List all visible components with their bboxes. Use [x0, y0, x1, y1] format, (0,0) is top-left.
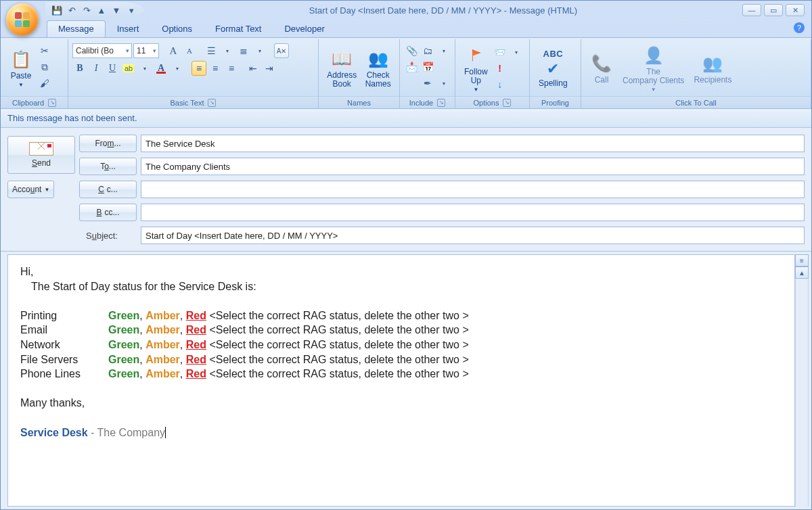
group-basictext-title: Basic Text — [171, 99, 204, 107]
rag-status-row: File ServersGreen, Amber, Red <Select th… — [20, 352, 782, 367]
from-field[interactable]: The Service Desk — [141, 135, 805, 152]
clipboard-launcher[interactable]: ↘ — [48, 99, 56, 107]
spelling-label: Spelling — [539, 79, 568, 88]
business-card-icon[interactable]: 🗂 — [420, 43, 435, 58]
address-book-label: Address Book — [327, 71, 357, 89]
save-icon[interactable]: 💾 — [51, 4, 63, 16]
tab-format-text[interactable]: Format Text — [204, 20, 273, 37]
company-clients-button: 👤 The Company Clients ▼ — [618, 41, 689, 96]
address-book-icon: 📖 — [331, 48, 353, 70]
contact-icon: 👤 — [643, 45, 664, 66]
categorize-icon[interactable]: 📨 — [493, 45, 508, 60]
from-button[interactable]: From... — [79, 135, 137, 152]
phone-icon: 📞 — [591, 53, 612, 74]
underline-button[interactable]: U — [105, 61, 120, 76]
group-proofing-title: Proofing — [541, 99, 569, 107]
address-book-button[interactable]: 📖 Address Book — [323, 41, 361, 96]
clipboard-icon: 📋 — [10, 49, 32, 70]
send-button[interactable]: Send — [7, 136, 75, 174]
low-importance-icon[interactable]: ↓ — [493, 77, 508, 92]
align-right-icon[interactable]: ≡ — [224, 61, 239, 76]
signature-icon[interactable]: ✒ — [420, 76, 435, 91]
attach-item-icon[interactable]: 📩 — [404, 60, 419, 74]
font-name-combo[interactable]: Calibri (Bo — [72, 43, 132, 58]
follow-up-button[interactable]: Follow Up ▼ — [459, 41, 493, 96]
copy-icon[interactable]: ⧉ — [37, 60, 52, 74]
basictext-launcher[interactable]: ↘ — [208, 99, 216, 107]
bcc-button[interactable]: Bcc... — [79, 204, 137, 221]
status-red: Red — [186, 354, 206, 365]
paste-button[interactable]: 📋 Paste ▼ — [5, 41, 37, 96]
align-center-icon[interactable]: ≡ — [208, 61, 223, 76]
shrink-font-icon[interactable]: A — [182, 43, 197, 58]
maximize-button[interactable]: ▭ — [764, 4, 783, 16]
format-painter-icon[interactable]: 🖌 — [37, 76, 52, 91]
decrease-indent-icon[interactable]: ⇤ — [246, 61, 261, 76]
italic-button[interactable]: I — [89, 61, 104, 76]
redo-icon[interactable]: ↷ — [81, 4, 93, 16]
check-names-button[interactable]: 👥 Check Names — [361, 41, 395, 96]
next-item-icon[interactable]: ▼ — [110, 4, 122, 16]
options-launcher[interactable]: ↘ — [503, 99, 511, 107]
prev-item-icon[interactable]: ▲ — [95, 4, 108, 16]
undo-icon[interactable]: ↶ — [66, 4, 78, 16]
info-bar: This message has not been sent. — [1, 109, 811, 128]
font-color-icon[interactable]: A — [154, 61, 168, 76]
check-names-label: Check Names — [365, 71, 391, 89]
quick-access-toolbar: 💾 ↶ ↷ ▲ ▼ ▾ — [45, 2, 144, 18]
calendar-icon[interactable]: 📅 — [420, 60, 435, 74]
bold-button[interactable]: B — [72, 61, 87, 76]
to-button[interactable]: To... — [79, 158, 137, 175]
qat-customize-icon[interactable]: ▾ — [125, 4, 137, 16]
body-intro: The Start of Day status for the Service … — [20, 279, 782, 294]
status-amber: Amber — [145, 368, 180, 379]
rag-status-row: PrintingGreen, Amber, Red <Select the co… — [20, 308, 782, 323]
group-options-title: Options — [474, 99, 499, 107]
account-button[interactable]: Account ▼ — [7, 181, 54, 198]
recipients-label: Recipients — [694, 76, 731, 85]
rag-status-row: Phone LinesGreen, Amber, Red <Select the… — [20, 367, 782, 381]
bcc-field[interactable] — [141, 204, 805, 221]
high-importance-icon[interactable]: ! — [493, 61, 508, 76]
ruler-toggle-icon[interactable]: ≡ — [795, 254, 809, 266]
scrollbar-track[interactable] — [795, 279, 809, 507]
status-amber: Amber — [145, 354, 180, 365]
tab-developer[interactable]: Developer — [273, 20, 336, 37]
increase-indent-icon[interactable]: ⇥ — [262, 61, 277, 76]
body-greeting: Hi, — [20, 264, 782, 279]
status-amber: Amber — [145, 310, 180, 321]
spelling-button[interactable]: ABC ✔ Spelling — [534, 41, 572, 96]
numbering-icon[interactable]: ≣ — [236, 43, 251, 58]
tab-options[interactable]: Options — [150, 20, 204, 37]
help-icon[interactable]: ? — [794, 22, 805, 33]
service-name: Network — [20, 338, 108, 352]
attach-file-icon[interactable]: 📎 — [404, 43, 419, 58]
close-button[interactable]: ✕ — [786, 4, 805, 16]
rag-status-row: EmailGreen, Amber, Red <Select the corre… — [20, 323, 782, 338]
envelope-icon — [29, 142, 53, 156]
scroll-up-button[interactable]: ▲ — [795, 266, 809, 279]
service-name: Printing — [20, 308, 108, 323]
rag-instruction: <Select the correct RAG status, delete t… — [209, 354, 468, 365]
tab-insert[interactable]: Insert — [106, 20, 151, 37]
font-size-combo[interactable]: 11 — [133, 43, 159, 58]
cc-button[interactable]: Cc... — [79, 181, 137, 198]
subject-field[interactable]: Start of Day <Insert Date here, DD / MM … — [141, 227, 805, 244]
group-names-title: Names — [347, 99, 371, 107]
to-field[interactable]: The Company Clients — [141, 158, 805, 175]
include-launcher[interactable]: ↘ — [437, 99, 445, 107]
tab-message[interactable]: Message — [47, 20, 106, 37]
minimize-button[interactable]: — — [742, 4, 761, 16]
align-left-icon[interactable]: ≡ — [191, 61, 206, 76]
cc-field[interactable] — [141, 181, 805, 198]
rag-instruction: <Select the correct RAG status, delete t… — [209, 324, 468, 335]
grow-font-icon[interactable]: A — [166, 43, 181, 58]
call-label: Call — [595, 76, 609, 85]
abc-icon: ABC — [543, 49, 564, 59]
message-body[interactable]: Hi, The Start of Day status for the Serv… — [7, 254, 795, 507]
clear-formatting-icon[interactable]: A✕ — [274, 43, 289, 58]
office-button[interactable] — [6, 3, 39, 36]
highlight-icon[interactable]: ab — [121, 61, 136, 76]
cut-icon[interactable]: ✂ — [37, 43, 52, 58]
bullets-icon[interactable]: ☰ — [204, 43, 219, 58]
